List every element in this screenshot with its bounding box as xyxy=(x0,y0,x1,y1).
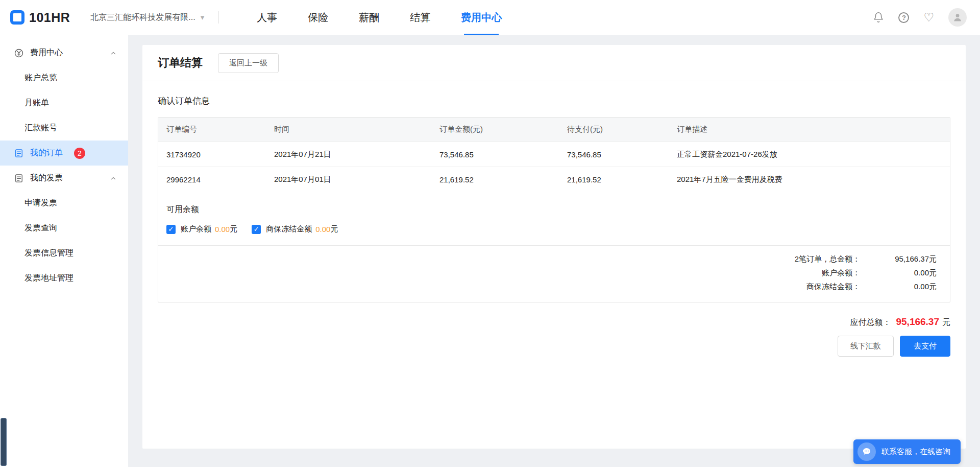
table-row: 29962214 2021年07月01日 21,619.52 21,619.52… xyxy=(158,167,950,192)
chat-label: 联系客服，在线咨询 xyxy=(881,447,950,457)
sidebar-item-label: 月账单 xyxy=(24,98,49,108)
chevron-up-icon xyxy=(110,50,117,57)
vertical-scrollbar-thumb[interactable] xyxy=(1,418,7,466)
cell-pending: 21,619.52 xyxy=(567,175,677,184)
offline-remit-button[interactable]: 线下汇款 xyxy=(838,336,894,357)
summary-account-line: 账户余额： 0.00元 xyxy=(822,268,937,278)
account-balance-unit: 元 xyxy=(230,224,237,234)
insurance-frozen-label: 商保冻结金额 xyxy=(266,224,312,234)
section-title: 确认订单信息 xyxy=(158,95,950,107)
cell-desc: 正常工资薪金2021-07-26发放 xyxy=(677,150,950,159)
checkbox-checked-icon[interactable] xyxy=(166,225,176,234)
col-header-order-no: 订单编号 xyxy=(166,125,274,134)
account-balance-label: 账户余额 xyxy=(181,224,211,234)
balance-section: 可用余额 账户余额 0.00 元 商保冻结金额 0.00 元 xyxy=(158,192,950,245)
order-doc-icon xyxy=(14,148,24,158)
cell-order-no: 31734920 xyxy=(166,150,274,159)
nav-tab-expense-center[interactable]: 费用中心 xyxy=(446,0,517,35)
summary-total-label: 2笔订单，总金额： xyxy=(795,254,860,264)
main-content: 订单结算 返回上一级 确认订单信息 订单编号 时间 订单金额(元) 待支付(元)… xyxy=(128,35,980,467)
company-selector[interactable]: 北京三汇能环科技发展有限... xyxy=(90,12,204,23)
chevron-up-icon xyxy=(110,175,117,182)
chat-icon xyxy=(857,442,876,461)
sidebar-item-account-overview[interactable]: 账户总览 xyxy=(0,65,128,90)
sidebar-item-label: 发票地址管理 xyxy=(24,273,74,284)
logo-icon xyxy=(10,10,24,25)
sidebar-item-label: 发票信息管理 xyxy=(24,248,74,259)
sidebar-item-label: 汇款账号 xyxy=(24,123,57,133)
primary-nav: 人事 保险 薪酬 结算 费用中心 xyxy=(241,0,517,35)
payable-unit: 元 xyxy=(942,317,950,328)
summary-frozen-line: 商保冻结金额： 0.00元 xyxy=(806,282,937,292)
table-header-row: 订单编号 时间 订单金额(元) 待支付(元) 订单描述 xyxy=(158,118,950,142)
summary-frozen-value: 0.00元 xyxy=(860,282,937,292)
order-settlement-card: 订单结算 返回上一级 确认订单信息 订单编号 时间 订单金额(元) 待支付(元)… xyxy=(142,45,966,449)
summary-section: 2笔订单，总金额： 95,166.37元 账户余额： 0.00元 商保冻结金额：… xyxy=(158,245,950,302)
summary-account-value: 0.00元 xyxy=(860,268,937,278)
navbar-actions xyxy=(873,8,967,27)
cell-amount: 21,619.52 xyxy=(439,175,567,184)
order-box: 订单编号 时间 订单金额(元) 待支付(元) 订单描述 31734920 202… xyxy=(158,117,950,302)
avatar[interactable] xyxy=(948,8,967,27)
nav-tab-insurance[interactable]: 保险 xyxy=(292,0,344,35)
cell-desc: 2021年7月五险一金费用及税费 xyxy=(677,175,950,184)
page-title: 订单结算 xyxy=(158,55,203,71)
checkbox-checked-icon[interactable] xyxy=(252,225,261,234)
table-row: 31734920 2021年07月21日 73,546.85 73,546.85… xyxy=(158,142,950,167)
balance-title: 可用余额 xyxy=(166,204,942,215)
col-header-pending: 待支付(元) xyxy=(567,125,677,134)
card-header: 订单结算 返回上一级 xyxy=(142,45,966,81)
pay-button[interactable]: 去支付 xyxy=(900,336,950,357)
sidebar-group-my-invoices[interactable]: 我的发票 xyxy=(0,166,128,191)
nav-tab-settlement[interactable]: 结算 xyxy=(395,0,446,35)
account-balance-amount: 0.00 xyxy=(215,225,230,233)
insurance-frozen-unit: 元 xyxy=(330,224,338,234)
sidebar-item-invoice-address-management[interactable]: 发票地址管理 xyxy=(0,266,128,291)
account-balance-checkbox-group[interactable]: 账户余额 0.00 元 xyxy=(166,224,237,234)
nav-tab-hr[interactable]: 人事 xyxy=(241,0,292,35)
top-navbar: 101HR 北京三汇能环科技发展有限... 人事 保险 薪酬 结算 费用中心 xyxy=(0,0,980,35)
payable-amount: 95,166.37 xyxy=(896,316,939,328)
cell-order-no: 29962214 xyxy=(166,175,274,184)
summary-frozen-label: 商保冻结金额： xyxy=(806,282,860,292)
balance-row: 账户余额 0.00 元 商保冻结金额 0.00 元 xyxy=(166,224,942,234)
logo[interactable]: 101HR xyxy=(10,10,70,25)
chevron-down-icon xyxy=(201,13,205,22)
insurance-frozen-amount: 0.00 xyxy=(315,225,330,233)
bell-icon[interactable] xyxy=(873,12,884,23)
sidebar-group-label: 我的发票 xyxy=(30,173,63,183)
payable-total: 应付总额： 95,166.37 元 xyxy=(158,316,950,328)
col-header-date: 时间 xyxy=(274,125,439,134)
logo-text: 101HR xyxy=(29,10,70,25)
cell-date: 2021年07月01日 xyxy=(274,175,439,184)
col-header-desc: 订单描述 xyxy=(677,125,950,134)
sidebar-item-invoice-info-management[interactable]: 发票信息管理 xyxy=(0,241,128,266)
help-icon[interactable] xyxy=(898,12,909,23)
col-header-amount: 订单金额(元) xyxy=(439,125,567,134)
expense-center-icon xyxy=(14,48,24,58)
card-body: 确认订单信息 订单编号 时间 订单金额(元) 待支付(元) 订单描述 31734… xyxy=(142,95,966,357)
company-name: 北京三汇能环科技发展有限... xyxy=(90,12,195,23)
cell-date: 2021年07月21日 xyxy=(274,150,439,159)
sidebar-item-monthly-bill[interactable]: 月账单 xyxy=(0,90,128,115)
summary-total-line: 2笔订单，总金额： 95,166.37元 xyxy=(795,254,937,264)
invoice-doc-icon xyxy=(14,173,24,183)
orders-count-badge: 2 xyxy=(74,148,85,159)
sidebar-item-apply-invoice[interactable]: 申请发票 xyxy=(0,191,128,216)
nav-tab-salary[interactable]: 薪酬 xyxy=(344,0,395,35)
insurance-frozen-checkbox-group[interactable]: 商保冻结金额 0.00 元 xyxy=(252,224,338,234)
sidebar-item-my-orders[interactable]: 我的订单 2 xyxy=(0,141,128,166)
sidebar-item-invoice-query[interactable]: 发票查询 xyxy=(0,216,128,241)
cell-pending: 73,546.85 xyxy=(567,150,677,159)
summary-account-label: 账户余额： xyxy=(822,268,860,278)
sidebar-item-remittance-account[interactable]: 汇款账号 xyxy=(0,115,128,141)
back-button[interactable]: 返回上一级 xyxy=(218,53,279,73)
sidebar-item-label: 账户总览 xyxy=(24,73,57,83)
heart-icon[interactable] xyxy=(923,12,934,24)
sidebar: 费用中心 账户总览 月账单 汇款账号 我的订单 2 我的发票 申请发票 发票查询… xyxy=(0,35,128,467)
sidebar-group-expense-center[interactable]: 费用中心 xyxy=(0,40,128,65)
divider xyxy=(218,11,219,24)
customer-service-button[interactable]: 联系客服，在线咨询 xyxy=(853,439,961,464)
summary-total-value: 95,166.37元 xyxy=(860,254,937,264)
payable-label: 应付总额： xyxy=(850,317,891,328)
